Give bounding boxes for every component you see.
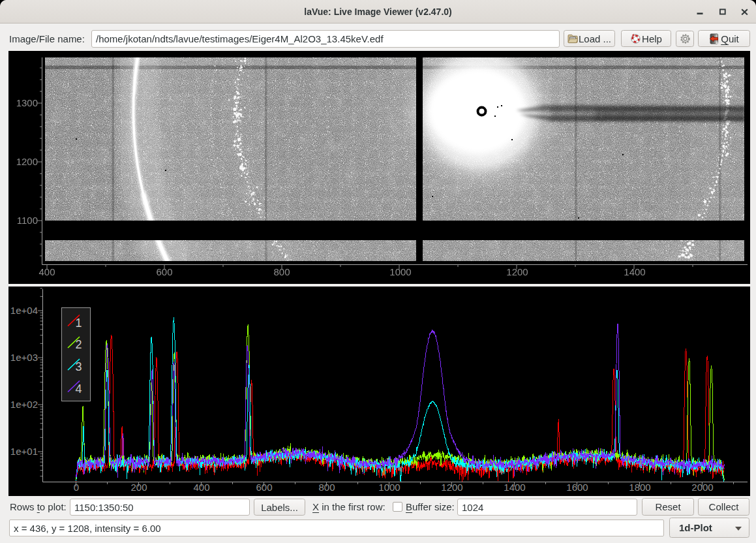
svg-text:1100: 1100: [17, 215, 38, 226]
svg-text:2: 2: [76, 338, 82, 351]
svg-text:1000: 1000: [389, 266, 411, 277]
svg-text:1: 1: [76, 317, 82, 330]
svg-text:600: 600: [156, 266, 172, 277]
svg-text:3: 3: [76, 360, 82, 373]
svg-text:1600: 1600: [566, 482, 588, 493]
svg-text:2000: 2000: [691, 482, 713, 493]
svg-text:200: 200: [130, 482, 147, 493]
svg-text:1400: 1400: [504, 482, 525, 493]
svg-text:800: 800: [273, 266, 290, 277]
svg-text:4: 4: [76, 382, 82, 396]
svg-text:0: 0: [74, 482, 79, 493]
svg-text:1300: 1300: [16, 97, 38, 108]
svg-text:1e+03: 1e+03: [10, 352, 38, 363]
svg-text:1e+01: 1e+01: [10, 446, 38, 457]
svg-text:1e+02: 1e+02: [10, 399, 38, 410]
svg-text:600: 600: [256, 482, 272, 493]
svg-text:1200: 1200: [506, 266, 528, 277]
svg-text:800: 800: [318, 482, 335, 493]
svg-text:1200: 1200: [16, 156, 38, 167]
svg-text:1e+04: 1e+04: [10, 305, 38, 316]
svg-text:1000: 1000: [378, 482, 400, 493]
svg-text:1400: 1400: [624, 266, 645, 277]
svg-text:400: 400: [193, 482, 209, 493]
svg-text:400: 400: [38, 266, 55, 277]
svg-text:1200: 1200: [441, 482, 462, 493]
svg-text:1800: 1800: [629, 482, 650, 493]
